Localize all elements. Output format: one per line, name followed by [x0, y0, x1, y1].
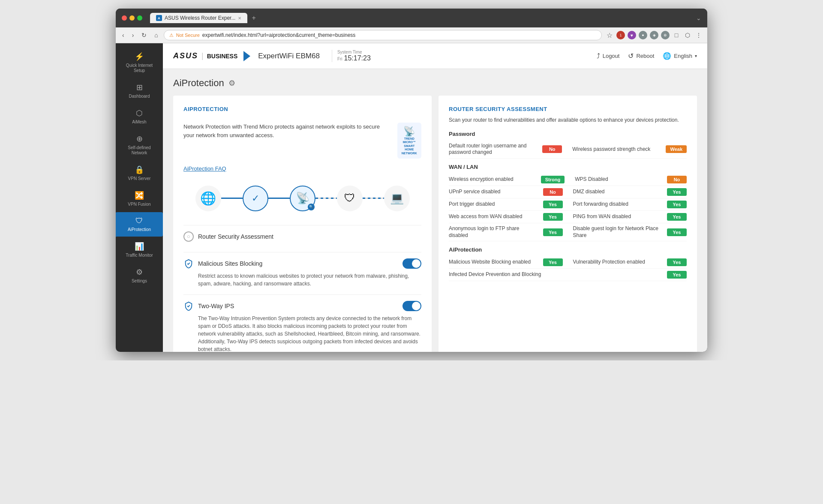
sidebar-item-aimesh[interactable]: ⬡ AiMesh	[116, 104, 163, 129]
shield-progress-icon: 🛡	[337, 186, 363, 211]
rsa-badge-malicious-yes: Yes	[543, 258, 563, 266]
vpn-server-icon: 🔒	[135, 165, 144, 174]
progress-node-globe: 🌐	[195, 186, 221, 211]
back-button[interactable]: ‹	[120, 30, 126, 40]
malicious-sites-toggle[interactable]	[402, 258, 421, 269]
sidebar-item-vpn-server[interactable]: 🔒 VPN Server	[116, 161, 163, 186]
rsa-badge-weak: Weak	[666, 145, 687, 153]
rsa-row-wan-4: Web access from WAN disabled Yes PING fr…	[449, 211, 687, 223]
rsa-row-wan-5: Anonymous login to FTP share disabled Ye…	[449, 223, 687, 241]
active-tab[interactable]: A ASUS Wireless Router Exper... ✕	[150, 13, 247, 23]
rsa-badge-ftp-yes: Yes	[543, 228, 563, 236]
vpn-fusion-icon: 🔀	[135, 191, 144, 200]
extension-icon-4[interactable]: ◈	[650, 31, 658, 39]
faq-link[interactable]: AiProtection FAQ	[183, 165, 421, 172]
feature-router-security: ○ Router Security Assessment	[183, 225, 421, 245]
malicious-sites-shield-icon	[183, 258, 194, 269]
extension-icon-5[interactable]: ⊕	[661, 31, 670, 39]
security-label: Not Secure	[176, 33, 200, 38]
sidebar-item-self-defined-network[interactable]: ⊕ Self-definedNetwork	[116, 130, 163, 160]
extension-icon-7[interactable]: ⬡	[683, 31, 692, 39]
page-content: AiProtection ⚙ AIPROTECTION Network Prot…	[163, 69, 707, 352]
sidebar-item-settings[interactable]: ⚙ Settings	[116, 263, 163, 288]
security-icon: ⚠	[169, 33, 174, 38]
language-selector[interactable]: 🌐 English ▾	[663, 52, 697, 60]
rsa-row-wan-3: Port trigger disabled Yes Port forwardin…	[449, 198, 687, 211]
bookmark-icon[interactable]: ☆	[605, 31, 614, 39]
close-button[interactable]	[122, 15, 127, 21]
globe-progress-icon: 🌐	[195, 186, 221, 211]
two-way-ips-desc: The Two-Way Intrusion Prevention System …	[183, 315, 421, 352]
extension-icon-1[interactable]: 1	[616, 31, 625, 39]
sidebar-item-label: VPN Fusion	[128, 202, 150, 207]
two-way-ips-label: Two-Way IPS	[198, 303, 234, 309]
rsa-label-default-login: Default router login username and passwo…	[449, 143, 539, 156]
rsa-label-upnp: UPnP service disabled	[449, 189, 540, 195]
tab-strip-expand[interactable]: ⌄	[696, 15, 701, 21]
progress-node-device: 💻	[384, 186, 410, 211]
scan-indicator: 🔍	[308, 204, 315, 210]
sidebar-item-label: Settings	[132, 279, 147, 284]
system-time-value: 15:17:23	[344, 54, 371, 62]
reload-button[interactable]: ↻	[139, 30, 149, 40]
traffic-lights[interactable]	[122, 15, 142, 21]
rsa-badge-infected-yes: Yes	[667, 271, 687, 279]
logout-button[interactable]: ⤴ Logout	[597, 52, 620, 60]
chevron-down-icon: ▾	[695, 54, 697, 58]
rsa-badge-upnp-no: No	[543, 188, 563, 196]
menu-icon[interactable]: ⋮	[694, 31, 703, 39]
browser-toolbar: ‹ › ↻ ⌂ ⚠ Not Secure expertwifi.net/inde…	[116, 27, 707, 43]
quick-internet-setup-icon: ⚡	[135, 52, 144, 61]
page-title: AiProtection	[173, 78, 224, 89]
rsa-label-guest-login: Disable guest login for Network Place Sh…	[573, 225, 664, 239]
topbar-right-actions: ⤴ Logout ↺ Reboot 🌐 English ▾	[597, 52, 697, 60]
minimize-button[interactable]	[129, 15, 135, 21]
feature-header-left: ○ Router Security Assessment	[183, 231, 273, 242]
address-bar[interactable]: ⚠ Not Secure expertwifi.net/index.html?u…	[164, 30, 602, 40]
progress-line-4	[363, 198, 384, 199]
system-time-label: System Time	[337, 50, 362, 54]
sidebar-item-traffic-monitor[interactable]: 📊 Traffic Monitor	[116, 237, 163, 262]
new-tab-button[interactable]: +	[249, 14, 258, 22]
sidebar-item-quick-internet-setup[interactable]: ⚡ Quick InternetSetup	[116, 48, 163, 78]
tab-close-icon[interactable]: ✕	[238, 16, 241, 21]
feature-two-way-ips: Two-Way IPS The Two-Way Intrusion Preven…	[183, 294, 421, 352]
reboot-label: Reboot	[636, 53, 654, 59]
extension-icon-3[interactable]: ●	[639, 31, 647, 39]
aiprotection-intro: Network Protection with Trend Micro prot…	[183, 123, 421, 159]
reboot-icon: ↺	[628, 52, 634, 60]
tab-label: ASUS Wireless Router Exper...	[165, 15, 235, 21]
home-button[interactable]: ⌂	[152, 30, 160, 40]
rsa-badge-port-trigger-yes: Yes	[543, 201, 563, 208]
rsa-label-ftp: Anonymous login to FTP share disabled	[449, 225, 540, 239]
rsa-badge-port-forwarding-yes: Yes	[667, 201, 687, 208]
browser-toolbar-icons: ☆ 1 ♥ ● ◈ ⊕ □ ⬡ ⋮	[605, 31, 703, 39]
rsa-desc: Scan your router to find vulnerabilities…	[449, 117, 687, 124]
asus-logo-text: ASUS	[173, 51, 198, 60]
reboot-button[interactable]: ↺ Reboot	[628, 52, 654, 60]
system-time-day: Fri	[337, 57, 342, 61]
sidebar-item-label: Quick InternetSetup	[126, 63, 153, 73]
feature-header-two-way-ips: Two-Way IPS	[183, 301, 421, 311]
logout-icon: ⤴	[597, 52, 600, 60]
progress-node-check: ✓	[243, 186, 268, 211]
progress-node-shield: 🛡	[337, 186, 363, 211]
sidebar-item-dashboard[interactable]: ⊞ Dashboard	[116, 78, 163, 103]
extension-icon-6[interactable]: □	[672, 31, 681, 39]
sidebar-item-vpn-fusion[interactable]: 🔀 VPN Fusion	[116, 186, 163, 211]
router-progress-icon: 📡 🔍	[290, 186, 315, 211]
feature-header-malicious-sites: Malicious Sites Blocking	[183, 258, 421, 269]
rsa-section-password: Password	[449, 131, 687, 137]
rsa-label-ping-wan: PING from WAN disabled	[573, 213, 664, 220]
settings-gear-icon[interactable]: ⚙	[228, 78, 235, 88]
router-security-circle-icon[interactable]: ○	[183, 231, 194, 242]
progress-line-2	[268, 198, 290, 199]
rsa-label-wps: WPS Disabled	[575, 176, 664, 183]
two-way-ips-toggle[interactable]	[402, 301, 421, 311]
maximize-button[interactable]	[137, 15, 142, 21]
sidebar-item-aiprotection[interactable]: 🛡 AiProtection	[116, 212, 163, 237]
forward-button[interactable]: ›	[130, 30, 136, 40]
extension-icon-2[interactable]: ♥	[628, 31, 636, 39]
device-progress-icon: 💻	[384, 186, 410, 211]
aimesh-icon: ⬡	[136, 108, 143, 118]
